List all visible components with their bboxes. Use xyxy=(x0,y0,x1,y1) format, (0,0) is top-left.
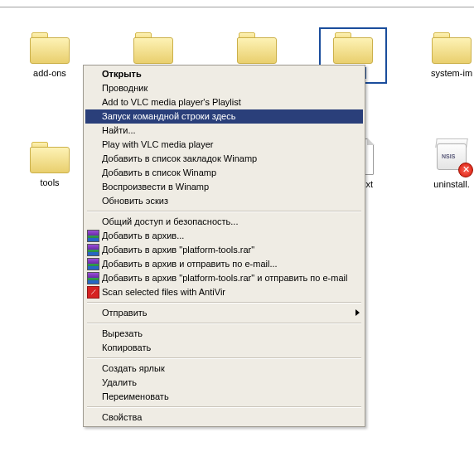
menu-label: Запуск командной строки здесь xyxy=(102,111,235,121)
delete-badge-icon: ✕ xyxy=(458,163,473,177)
folder-icon xyxy=(30,140,70,173)
menu-item-find[interactable]: Найти... xyxy=(85,124,363,138)
submenu-arrow-icon xyxy=(356,309,360,316)
menu-label: Отправить xyxy=(102,308,148,318)
menu-item-winamp-bookmark[interactable]: Добавить в список закладок Winamp xyxy=(85,152,363,166)
menu-label: Добавить в архив... xyxy=(102,231,184,240)
menu-item-delete[interactable]: Удалить xyxy=(85,376,363,390)
menu-item-winamp-play[interactable]: Воспроизвести в Winamp xyxy=(85,180,363,194)
winrar-icon xyxy=(87,258,99,270)
menu-item-rar-email[interactable]: Добавить в архив и отправить по e-mail..… xyxy=(85,257,363,271)
folder-icon xyxy=(432,31,472,64)
menu-label: Добавить в список Winamp xyxy=(102,168,216,177)
menu-item-scan-antivir[interactable]: ⟋ Scan selected files with AntiVir xyxy=(85,285,363,299)
folder-item-system-images[interactable]: system-im xyxy=(414,31,474,80)
folder-view[interactable]: add-ons -tools system-im tools m xyxy=(0,7,474,476)
menu-label: Копировать xyxy=(102,342,151,352)
menu-item-create-shortcut[interactable]: Создать ярлык xyxy=(85,362,363,376)
menu-item-winamp-add[interactable]: Добавить в список Winamp xyxy=(85,166,363,180)
menu-separator xyxy=(87,406,361,408)
menu-item-cut[interactable]: Вырезать xyxy=(85,327,363,341)
folder-icon xyxy=(133,31,173,64)
folder-item-add-ons[interactable]: add-ons xyxy=(12,31,87,80)
menu-label: Добавить в архив и отправить по e-mail..… xyxy=(102,259,278,269)
winrar-icon xyxy=(87,230,99,242)
menu-item-send-to[interactable]: Отправить xyxy=(85,306,363,320)
menu-item-sharing[interactable]: Общий доступ и безопасность... xyxy=(85,215,363,229)
menu-label: Add to VLC media player's Playlist xyxy=(102,97,241,107)
menu-label: Свойства xyxy=(102,412,142,422)
menu-separator xyxy=(87,302,361,304)
menu-item-explorer[interactable]: Проводник xyxy=(85,81,363,95)
menu-label: Удалить xyxy=(102,377,137,387)
menu-separator xyxy=(87,357,361,359)
item-label: add-ons xyxy=(31,67,69,79)
installer-icon: NSIS ✕ xyxy=(433,138,470,175)
menu-label: Проводник xyxy=(102,83,148,93)
menu-label: Найти... xyxy=(102,125,136,135)
menu-label: Вырезать xyxy=(102,328,143,338)
menu-label: Переименовать xyxy=(102,391,169,401)
item-label: tools xyxy=(37,177,61,188)
menu-item-refresh-thumb[interactable]: Обновить эскиз xyxy=(85,194,363,208)
menu-label: Обновить эскиз xyxy=(102,196,168,206)
menu-label: Общий доступ и безопасность... xyxy=(102,216,238,226)
menu-item-properties[interactable]: Свойства xyxy=(85,410,363,425)
menu-label: Play with VLC media player xyxy=(102,139,214,149)
folder-item-tools[interactable]: tools xyxy=(12,140,87,190)
winrar-icon xyxy=(87,244,99,256)
menu-item-rar-email-named[interactable]: Добавить в архив "platform-tools.rar" и … xyxy=(85,271,363,285)
folder-icon xyxy=(333,31,373,64)
folder-icon xyxy=(30,31,70,64)
menu-item-copy[interactable]: Копировать xyxy=(85,341,363,355)
menu-label: Scan selected files with AntiVir xyxy=(102,287,225,297)
menu-label: Добавить в архив "platform-tools.rar" xyxy=(102,245,254,255)
winrar-icon xyxy=(87,272,99,284)
file-item-uninstall[interactable]: NSIS ✕ uninstall. xyxy=(414,138,474,192)
folder-icon xyxy=(237,31,277,64)
menu-item-rar-add[interactable]: Добавить в архив... xyxy=(85,229,363,243)
menu-label: Добавить в архив "platform-tools.rar" и … xyxy=(102,273,347,283)
item-label: system-im xyxy=(428,67,474,79)
menu-item-vlc-play[interactable]: Play with VLC media player xyxy=(85,138,363,152)
menu-label: Создать ярлык xyxy=(102,363,165,373)
menu-item-rar-add-named[interactable]: Добавить в архив "platform-tools.rar" xyxy=(85,243,363,257)
menu-label: Открыть xyxy=(102,69,142,79)
window-toolbar-edge xyxy=(0,0,474,7)
item-label: uninstall. xyxy=(431,178,472,190)
menu-label: Воспроизвести в Winamp xyxy=(102,182,209,192)
menu-item-cmd-here[interactable]: Запуск командной строки здесь xyxy=(85,109,363,124)
context-menu: Открыть Проводник Add to VLC media playe… xyxy=(83,65,365,427)
menu-separator xyxy=(87,323,361,324)
menu-label: Добавить в список закладок Winamp xyxy=(102,153,257,163)
menu-separator xyxy=(87,211,361,212)
avira-icon: ⟋ xyxy=(87,286,99,299)
menu-item-rename[interactable]: Переименовать xyxy=(85,390,363,404)
menu-item-open[interactable]: Открыть xyxy=(85,67,363,81)
menu-item-vlc-playlist[interactable]: Add to VLC media player's Playlist xyxy=(85,95,363,109)
